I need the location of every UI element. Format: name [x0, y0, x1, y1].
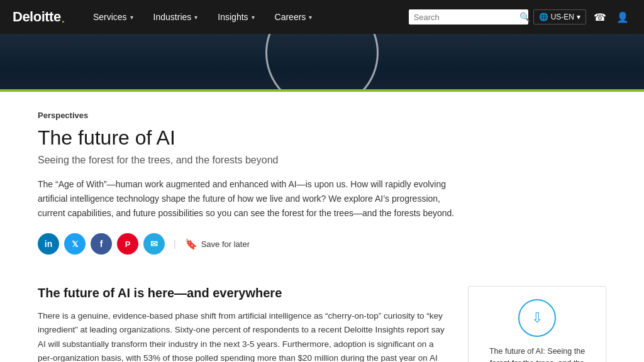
share-pinterest-button[interactable]: P: [117, 233, 138, 255]
section-body-1: There is a genuine, evidence-based phase…: [38, 309, 449, 362]
lang-label: US-EN: [551, 13, 574, 21]
social-share-row: in 𝕏 f P ✉ | 🔖 Save for later: [38, 233, 606, 255]
article-subtitle: Seeing the forest for the trees, and the…: [38, 155, 606, 166]
article-title: The future of AI: [38, 126, 606, 150]
search-box[interactable]: 🔍: [409, 9, 528, 25]
search-icon[interactable]: 🔍: [519, 12, 530, 22]
nav-item-insights[interactable]: Insights ▾: [209, 8, 263, 26]
main-nav: Deloitte. Services ▾ Industries ▾ Insigh…: [0, 0, 644, 34]
hero-image: [0, 34, 644, 92]
chevron-down-icon: ▾: [194, 14, 197, 21]
logo-text: Deloitte: [13, 9, 61, 25]
lower-section: The future of AI is here—and everywhere …: [0, 286, 644, 362]
globe-icon: 🌐: [539, 13, 548, 21]
save-later-label: Save for later: [201, 239, 250, 249]
logo[interactable]: Deloitte.: [13, 9, 65, 25]
download-circle-icon: ⇩: [518, 299, 556, 337]
save-for-later-button[interactable]: 🔖 Save for later: [185, 238, 250, 250]
share-email-button[interactable]: ✉: [143, 233, 165, 255]
user-icon[interactable]: 👤: [614, 9, 631, 26]
nav-items: Services ▾ Industries ▾ Insights ▾ Caree…: [84, 8, 409, 26]
article-header: Perspectives The future of AI Seeing the…: [0, 92, 644, 286]
article-main-content: The future of AI is here—and everywhere …: [38, 286, 449, 362]
logo-dot: .: [61, 9, 65, 25]
search-input[interactable]: [414, 13, 519, 22]
card-description: The future of AI: Seeing the forest for …: [479, 346, 596, 362]
section-heading: The future of AI is here—and everywhere: [38, 286, 449, 300]
chevron-down-icon: ▾: [309, 14, 312, 21]
language-selector[interactable]: 🌐 US-EN ▾: [533, 9, 586, 25]
download-arrow-icon: ⇩: [531, 310, 543, 326]
chevron-down-icon: ▾: [130, 14, 133, 21]
nav-item-services[interactable]: Services ▾: [84, 8, 142, 26]
article-body: The “Age of With”—human work augmented a…: [38, 177, 465, 221]
share-twitter-button[interactable]: 𝕏: [64, 233, 86, 255]
article-category: Perspectives: [38, 111, 606, 120]
chevron-down-icon: ▾: [252, 14, 255, 21]
bookmark-icon: 🔖: [185, 238, 197, 250]
share-facebook-button[interactable]: f: [91, 233, 112, 255]
nav-item-careers[interactable]: Careers ▾: [266, 8, 321, 26]
hero-green-line: [0, 89, 644, 92]
divider: |: [174, 239, 176, 249]
chevron-down-icon: ▾: [577, 13, 580, 21]
phone-icon[interactable]: ☎: [591, 9, 609, 26]
nav-right: 🔍 🌐 US-EN ▾ ☎ 👤: [409, 9, 631, 26]
share-linkedin-button[interactable]: in: [38, 233, 59, 255]
sidebar-download-card: ⇩ The future of AI: Seeing the forest fo…: [468, 286, 606, 362]
hero-circle-decoration: [265, 34, 379, 92]
nav-item-industries[interactable]: Industries ▾: [145, 8, 207, 26]
